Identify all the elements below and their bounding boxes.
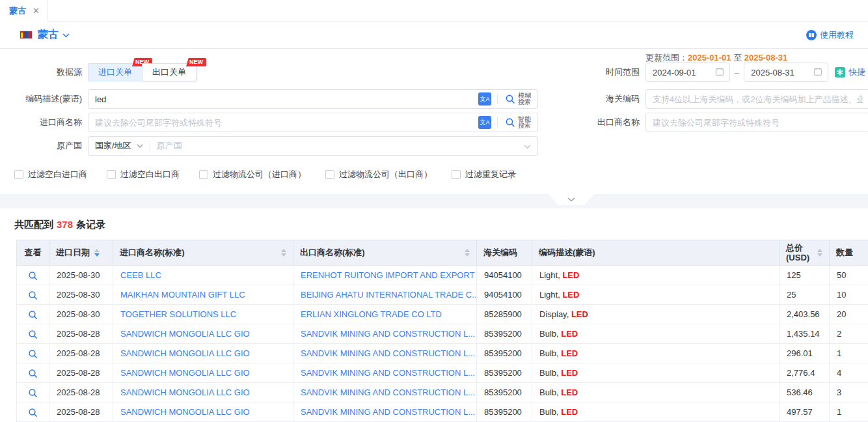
chevron-down-icon[interactable] (524, 141, 531, 151)
cell-quantity: 10 (830, 285, 868, 305)
importer-link[interactable]: CEEB LLC (120, 270, 161, 280)
col-code-desc: 编码描述(蒙语) (532, 240, 780, 266)
translate-icon[interactable]: 文A (478, 92, 491, 106)
close-icon[interactable]: ✕ (33, 7, 40, 15)
cell-hs-code: 85395200 (477, 363, 532, 383)
exporter-link[interactable]: SANDVIK MINING AND CONSTRUCTION L... (301, 387, 475, 397)
table-row: 2025-08-28 SANDWICH MONGOLIA LLC GIO SAN… (17, 363, 868, 383)
cell-total-usd: 2,776.4 (780, 363, 830, 383)
exporter-link[interactable]: SANDVIK MINING AND CONSTRUCTION L... (301, 348, 475, 358)
hs-code-input[interactable] (646, 90, 868, 108)
importer-link[interactable]: MAIKHAN MOUNTAIN GIFT LLC (120, 290, 245, 300)
origin-label: 原产国 (0, 140, 88, 152)
tutorial-link[interactable]: 使用教程 (806, 29, 854, 41)
cell-hs-code: 94054100 (477, 285, 532, 305)
sort-icons[interactable] (94, 249, 100, 257)
view-record-button[interactable] (28, 349, 38, 359)
view-record-button[interactable] (28, 310, 38, 320)
importer-input[interactable] (88, 113, 478, 132)
update-start: 2025-01-01 (688, 53, 731, 63)
tab-export-declarations[interactable]: 出口关单 NEW (142, 63, 197, 81)
importer-link[interactable]: SANDWICH MONGOLIA LLC GIO (120, 348, 250, 358)
view-record-button[interactable] (28, 408, 38, 417)
magnifier-icon (28, 330, 38, 339)
records-table: 查看 进口日期 进口商名称(标准) 出口商名称(标准) 海关编码 编码描述(蒙语… (16, 240, 868, 422)
exporter-link[interactable]: ERENHOT RUITONG IMPORT AND EXPORT ... (301, 270, 477, 280)
importer-link[interactable]: SANDWICH MONGOLIA LLC GIO (120, 407, 250, 417)
fuzzy-search-button[interactable]: 模糊搜索 (504, 92, 537, 106)
led-highlight: LED (561, 348, 578, 358)
translate-icon[interactable]: 文A (478, 116, 491, 129)
importer-link[interactable]: SANDWICH MONGOLIA LLC GIO (120, 387, 250, 397)
col-total-usd[interactable]: 总价(USD) (780, 240, 830, 266)
smart-search-button[interactable]: 智能搜索 (504, 116, 537, 129)
cell-quantity: 50 (830, 266, 868, 285)
sort-icons[interactable] (817, 249, 822, 257)
cell-quantity: 1 (830, 344, 868, 363)
view-record-button[interactable] (28, 330, 38, 339)
col-exporter[interactable]: 出口商名称(标准) (293, 240, 477, 266)
magnifier-icon (28, 271, 38, 281)
checkbox-icon (452, 170, 461, 179)
cell-code-desc: Light, LED (532, 285, 780, 305)
sort-icons[interactable] (465, 249, 470, 257)
cell-hs-code: 85395200 (477, 324, 532, 344)
date-start-input[interactable]: 2024-09-01 (645, 63, 730, 82)
col-import-date[interactable]: 进口日期 (49, 240, 113, 266)
view-record-button[interactable] (28, 369, 38, 378)
exporter-link[interactable]: SANDVIK MINING AND CONSTRUCTION L... (301, 329, 475, 339)
cell-quantity: 4 (830, 363, 868, 383)
cell-code-desc: Light, LED (532, 266, 780, 285)
checkbox-filter-logistics-exporter[interactable]: 过滤物流公司（出口商） (325, 169, 432, 180)
checkbox-filter-duplicates[interactable]: 过滤重复记录 (452, 169, 516, 180)
date-end-input[interactable]: 2025-08-31 (744, 63, 828, 82)
code-desc-group: 文A 模糊搜索 (88, 89, 538, 109)
hs-code-label: 海关编码 (567, 93, 645, 105)
view-record-button[interactable] (28, 388, 38, 398)
view-record-button[interactable] (28, 290, 38, 300)
collapse-panel-button[interactable] (549, 194, 594, 205)
cell-code-desc: Bulb, LED (532, 363, 780, 383)
exporter-link[interactable]: SANDVIK MINING AND CONSTRUCTION L... (301, 368, 475, 378)
region-select[interactable]: 国家/地区 (88, 137, 150, 155)
led-highlight: LED (561, 407, 578, 417)
chevron-down-icon[interactable] (62, 30, 70, 40)
checkbox-filter-blank-exporter[interactable]: 过滤空白出口商 (107, 169, 180, 180)
app-screen: 蒙古 ✕ 蒙古 使用教程 更新范围：2025-01-01 至 2025-08-3… (0, 0, 868, 422)
exporter-input[interactable] (646, 113, 868, 132)
view-record-button[interactable] (28, 271, 38, 281)
sort-icons[interactable] (281, 249, 286, 257)
magnifier-icon (28, 388, 38, 398)
col-importer[interactable]: 进口商名称(标准) (113, 240, 293, 266)
hs-code-box (645, 89, 868, 109)
exporter-link[interactable]: SANDVIK MINING AND CONSTRUCTION L... (301, 407, 475, 417)
tab-mongolia[interactable]: 蒙古 ✕ (0, 0, 48, 21)
checkbox-filter-blank-importer[interactable]: 过滤空白进口商 (14, 169, 87, 180)
col-view: 查看 (17, 240, 49, 266)
shortcut-button[interactable]: 快捷 (835, 66, 865, 78)
page-header: 蒙古 使用教程 (0, 21, 868, 49)
importer-link[interactable]: SANDWICH MONGOLIA LLC GIO (120, 368, 250, 378)
cell-import-date: 2025-08-28 (49, 402, 113, 422)
results-count: 378 (57, 219, 73, 230)
checkbox-icon (14, 170, 23, 179)
magnifier-icon (28, 408, 38, 417)
led-highlight: LED (561, 329, 578, 339)
importer-link[interactable]: SANDWICH MONGOLIA LLC GIO (120, 329, 250, 339)
collapse-band (0, 194, 868, 208)
exporter-link[interactable]: BEIJING AHATU INTERNATIONAL TRADE C... (301, 290, 477, 300)
tab-import-declarations[interactable]: 进口关单 NEW (88, 63, 142, 81)
code-desc-input[interactable] (88, 90, 478, 108)
cell-code-desc: Bulb, LED (532, 402, 780, 422)
checkbox-filter-logistics-importer[interactable]: 过滤物流公司（进口商） (199, 169, 306, 180)
cell-import-date: 2025-08-28 (49, 363, 113, 383)
tab-label: 蒙古 (9, 5, 26, 17)
calendar-icon (715, 67, 724, 78)
update-end: 2025-08-31 (744, 53, 788, 63)
checkbox-icon (325, 170, 334, 179)
importer-link[interactable]: TOGETHER SOLUTIONS LLC (120, 309, 236, 319)
table-row: 2025-08-30 MAIKHAN MOUNTAIN GIFT LLC BEI… (17, 285, 868, 305)
cell-quantity: 3 (830, 383, 868, 402)
exporter-link[interactable]: ERLIAN XINGLONG TRADE CO LTD (301, 309, 442, 319)
origin-placeholder[interactable]: 原产国 (150, 140, 182, 152)
